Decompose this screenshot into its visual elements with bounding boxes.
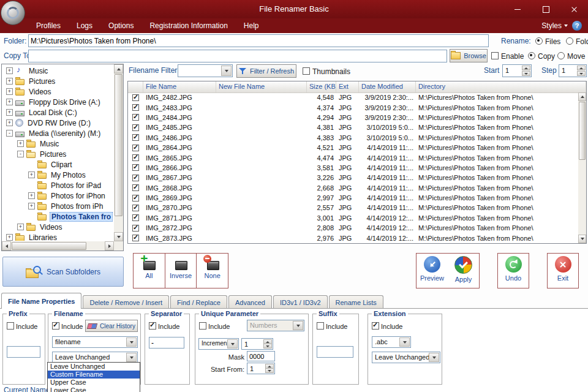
select-inverse-button[interactable]: Inverse xyxy=(165,254,197,288)
row-checkbox[interactable] xyxy=(132,214,139,221)
select-none-button[interactable]: None xyxy=(197,254,228,288)
row-checkbox[interactable] xyxy=(132,235,139,241)
step-down-arrow[interactable] xyxy=(577,71,586,76)
copy-to-path-input[interactable] xyxy=(28,50,447,62)
row-checkbox[interactable] xyxy=(132,114,139,121)
step-up-arrow[interactable] xyxy=(577,66,586,70)
dropdown-item-lower-case[interactable]: Lower Case xyxy=(48,386,140,392)
thumbnails-checkbox[interactable] xyxy=(303,67,310,75)
dropdown-item-upper-case[interactable]: Upper Case xyxy=(48,379,140,386)
table-row[interactable]: IMG_2870.JPG2,557JPG4/14/2019 11:...M:\P… xyxy=(128,203,578,213)
menu-item-registration-information[interactable]: Registration Information xyxy=(141,21,235,30)
tree-item-libraries[interactable]: +Libraries xyxy=(2,232,113,241)
scan-subfolders-button[interactable]: Scan Subfolders xyxy=(2,257,124,287)
menu-item-help[interactable]: Help xyxy=(236,21,267,30)
tree-item-floppy-disk-drive-a[interactable]: +Floppy Disk Drive (A:) xyxy=(2,97,113,107)
tree-item-clipart[interactable]: Clipart xyxy=(2,159,113,170)
styles-menu[interactable]: Styles xyxy=(541,21,568,30)
enable-checkbox[interactable] xyxy=(491,52,499,59)
table-row[interactable]: IMG_2867.JPG3,226JPG4/14/2019 11:...M:\P… xyxy=(128,173,578,183)
tree-item-photos-from-iph[interactable]: +Photos from iPh xyxy=(2,201,113,211)
expand-icon[interactable]: + xyxy=(28,192,35,199)
tab-delete-remove-insert[interactable]: Delete / Remove / Insert xyxy=(83,295,169,309)
help-icon[interactable]: ? xyxy=(572,21,582,31)
column-header-new-file-name[interactable]: New File Name xyxy=(216,81,307,92)
table-row[interactable]: IMG_2873.JPG2,976JPG4/14/2019 12:...M:\P… xyxy=(128,233,578,243)
filename-source-combo[interactable]: filename xyxy=(52,336,138,348)
extension-value-dropdown-button[interactable] xyxy=(399,337,410,347)
expand-icon[interactable]: + xyxy=(6,67,13,74)
unique-amount-spinner[interactable]: 1 xyxy=(241,338,273,350)
tree-item-pictures[interactable]: +Pictures xyxy=(2,76,113,86)
tree-item-pictures[interactable]: -Pictures xyxy=(2,149,113,159)
row-checkbox[interactable] xyxy=(132,205,139,211)
column-header-file-name[interactable]: File Name xyxy=(143,81,216,92)
start-from-down-arrow[interactable] xyxy=(265,368,274,373)
filter-dropdown-button[interactable] xyxy=(221,66,232,76)
menu-item-profiles[interactable]: Profiles xyxy=(28,21,69,30)
table-row[interactable]: IMG_2864.JPG4,521JPG4/14/2019 11:...M:\P… xyxy=(128,143,578,153)
rename-files-radio[interactable] xyxy=(535,37,543,45)
unique-amount-down-arrow[interactable] xyxy=(263,344,272,349)
tab-rename-lists[interactable]: Rename Lists xyxy=(329,295,383,309)
table-row[interactable]: IMG_2483.JPG4,374JPG3/9/2019 2:30:...M:\… xyxy=(128,102,578,112)
scroll-up-arrow[interactable] xyxy=(114,64,123,74)
browse-button[interactable]: Browse xyxy=(450,49,488,62)
select-all-button[interactable]: All xyxy=(134,254,165,288)
column-header-size-kb[interactable]: Size (KB) xyxy=(307,81,336,92)
exit-button[interactable]: Exit xyxy=(548,254,578,288)
extension-case-dropdown-button[interactable] xyxy=(429,353,439,362)
prefix-value-input[interactable] xyxy=(7,346,40,358)
expand-icon[interactable]: + xyxy=(6,234,13,241)
table-row[interactable]: IMG_2484.JPG4,294JPG3/9/2019 2:30:...M:\… xyxy=(128,113,578,123)
copy-radio[interactable] xyxy=(528,52,535,59)
table-scrollbar-thumb[interactable] xyxy=(579,102,586,160)
tree-item-photos-taken-fro[interactable]: Photos Taken fro xyxy=(2,211,113,222)
minimize-button[interactable] xyxy=(503,0,532,18)
tree-item-photos-for-ipad[interactable]: Photos for iPad xyxy=(2,180,113,190)
separator-include-checkbox[interactable] xyxy=(149,322,156,330)
folder-path-input[interactable] xyxy=(28,34,489,47)
extension-include-checkbox[interactable] xyxy=(372,322,379,330)
close-button[interactable] xyxy=(560,0,588,18)
expand-icon[interactable]: + xyxy=(28,172,35,178)
expand-icon[interactable]: + xyxy=(6,109,13,116)
expand-icon[interactable]: + xyxy=(28,203,35,209)
row-checkbox[interactable] xyxy=(132,225,139,232)
tab-advanced[interactable]: Advanced xyxy=(228,295,272,309)
table-row[interactable]: IMG_2482.JPG4,548JPG3/9/2019 2:30:...M:\… xyxy=(128,92,578,102)
scroll-right-arrow[interactable] xyxy=(105,241,114,251)
tree-item-local-disk-c[interactable]: +Local Disk (C:) xyxy=(2,107,113,118)
row-checkbox[interactable] xyxy=(132,104,139,111)
clear-history-button[interactable]: Clear History xyxy=(85,320,138,332)
tree-item-media-serenity-m[interactable]: -Media (\\serenity) (M:) xyxy=(2,128,113,138)
menu-item-options[interactable]: Options xyxy=(100,21,141,30)
maximize-button[interactable] xyxy=(532,0,560,18)
table-row[interactable]: IMG_2865.JPG4,474JPG4/14/2019 11:...M:\P… xyxy=(128,153,578,162)
expand-icon[interactable]: + xyxy=(6,119,13,126)
column-header-directory[interactable]: Directory xyxy=(416,81,586,92)
filename-include-checkbox[interactable] xyxy=(52,322,59,330)
expand-icon[interactable]: + xyxy=(6,88,13,95)
scroll-down-arrow[interactable] xyxy=(114,232,123,241)
start-from-spinner[interactable]: 1 xyxy=(247,363,275,374)
unique-include-checkbox[interactable] xyxy=(199,322,206,330)
tree-item-music[interactable]: +Music xyxy=(2,138,113,149)
tree-item-photos-for-iphon[interactable]: +Photos for iPhon xyxy=(2,190,113,201)
table-scroll-up-arrow[interactable] xyxy=(578,92,586,101)
table-row[interactable]: IMG_2869.JPG2,997JPG4/14/2019 11:...M:\P… xyxy=(128,193,578,203)
dropdown-item-leave-unchanged[interactable]: Leave Unchanged xyxy=(48,363,140,371)
column-header-ext[interactable]: Ext xyxy=(336,81,359,92)
filename-case-dropdown-button[interactable] xyxy=(126,353,137,362)
unique-type-combo[interactable]: Numbers xyxy=(247,320,304,331)
row-checkbox[interactable] xyxy=(132,124,139,131)
table-row[interactable]: IMG_2868.JPG2,668JPG4/14/2019 11:...M:\P… xyxy=(128,183,578,193)
unique-mode-dropdown-button[interactable] xyxy=(227,339,238,349)
undo-button[interactable]: Undo xyxy=(498,254,529,288)
tree-horizontal-scrollbar[interactable] xyxy=(2,241,114,251)
tree-item-videos[interactable]: +Videos xyxy=(2,86,113,97)
extension-case-combo[interactable]: Leave Unchanged xyxy=(372,352,440,363)
unique-mode-combo[interactable]: Increment xyxy=(198,338,239,350)
tab-find-replace[interactable]: Find / Replace xyxy=(170,295,227,309)
row-checkbox[interactable] xyxy=(132,195,139,202)
